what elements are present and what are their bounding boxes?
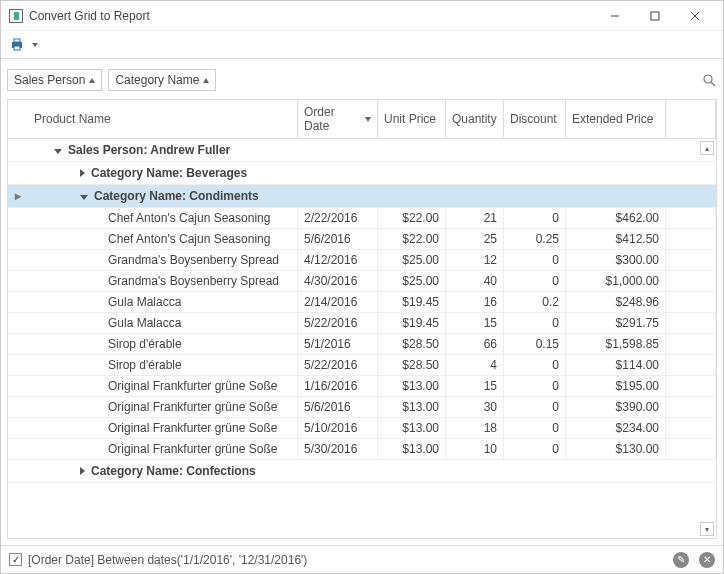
cell-spacer <box>666 313 716 333</box>
table-row[interactable]: Original Frankfurter grüne Soße5/30/2016… <box>8 439 716 460</box>
scroll-down-button[interactable]: ▾ <box>700 522 714 536</box>
cell-product: Original Frankfurter grüne Soße <box>28 439 298 459</box>
group-by-row: Sales Person Category Name <box>7 65 717 99</box>
group-label: Category Name: Confections <box>91 464 256 478</box>
table-row[interactable]: Sirop d'érable5/22/2016$28.5040$114.00 <box>8 355 716 376</box>
cell-product: Sirop d'érable <box>28 334 298 354</box>
cell-product: Chef Anton's Cajun Seasoning <box>28 229 298 249</box>
svg-point-7 <box>704 75 712 83</box>
table-row[interactable]: Chef Anton's Cajun Seasoning2/22/2016$22… <box>8 208 716 229</box>
cell-price: $28.50 <box>378 334 446 354</box>
row-indicator <box>8 439 28 459</box>
group-row-condiments[interactable]: ▸ Category Name: Condiments <box>8 185 716 208</box>
table-row[interactable]: Original Frankfurter grüne Soße5/6/2016$… <box>8 397 716 418</box>
table-row[interactable]: Grandma's Boysenberry Spread4/30/2016$25… <box>8 271 716 292</box>
expander-icon <box>54 149 62 154</box>
cell-price: $25.00 <box>378 271 446 291</box>
cell-ext: $412.50 <box>566 229 666 249</box>
row-indicator-header <box>8 100 28 138</box>
table-row[interactable]: Gula Malacca5/22/2016$19.45150$291.75 <box>8 313 716 334</box>
checkmark-icon: ✓ <box>12 554 20 565</box>
cell-ext: $234.00 <box>566 418 666 438</box>
minimize-button[interactable] <box>595 2 635 30</box>
search-icon[interactable] <box>701 72 717 88</box>
cell-disc: 0 <box>504 418 566 438</box>
svg-rect-6 <box>14 46 20 50</box>
column-header-product[interactable]: Product Name <box>28 100 298 138</box>
table-row[interactable]: Original Frankfurter grüne Soße5/10/2016… <box>8 418 716 439</box>
filter-bar: ✓ [Order Date] Between dates('1/1/2016',… <box>1 545 723 573</box>
group-label: Category Name: Beverages <box>91 166 247 180</box>
group-row-beverages[interactable]: Category Name: Beverages <box>8 162 716 185</box>
cell-spacer <box>666 376 716 396</box>
scroll-up-button[interactable]: ▴ <box>700 141 714 155</box>
cell-disc: 0.15 <box>504 334 566 354</box>
cell-ext: $248.96 <box>566 292 666 312</box>
cell-ext: $291.75 <box>566 313 666 333</box>
filter-text[interactable]: [Order Date] Between dates('1/1/2016', '… <box>28 553 307 567</box>
clear-filter-button[interactable]: ✕ <box>699 552 715 568</box>
cell-qty: 12 <box>446 250 504 270</box>
cell-date: 5/30/2016 <box>298 439 378 459</box>
column-header-extended-price[interactable]: Extended Price <box>566 100 666 138</box>
column-header-discount[interactable]: Discount <box>504 100 566 138</box>
sort-asc-icon <box>89 78 95 83</box>
group-pill-sales-person[interactable]: Sales Person <box>7 69 102 91</box>
table-row[interactable]: Sirop d'érable5/1/2016$28.50660.15$1,598… <box>8 334 716 355</box>
cell-qty: 18 <box>446 418 504 438</box>
column-header-quantity[interactable]: Quantity <box>446 100 504 138</box>
cell-date: 5/10/2016 <box>298 418 378 438</box>
maximize-button[interactable] <box>635 2 675 30</box>
expander-icon <box>80 169 85 177</box>
column-header-unit-price[interactable]: Unit Price <box>378 100 446 138</box>
cell-price: $22.00 <box>378 229 446 249</box>
row-indicator <box>8 208 28 228</box>
cell-date: 2/14/2016 <box>298 292 378 312</box>
table-row[interactable]: Chef Anton's Cajun Seasoning5/6/2016$22.… <box>8 229 716 250</box>
toolbar <box>1 31 723 59</box>
cell-price: $13.00 <box>378 376 446 396</box>
filter-enabled-checkbox[interactable]: ✓ <box>9 553 22 566</box>
cell-ext: $462.00 <box>566 208 666 228</box>
print-button[interactable] <box>9 37 38 53</box>
table-row[interactable]: Grandma's Boysenberry Spread4/12/2016$25… <box>8 250 716 271</box>
column-header-label: Unit Price <box>384 112 436 126</box>
edit-filter-button[interactable]: ✎ <box>673 552 689 568</box>
app-icon <box>9 9 23 23</box>
cell-disc: 0 <box>504 439 566 459</box>
cell-product: Gula Malacca <box>28 313 298 333</box>
group-row-confections[interactable]: Category Name: Confections <box>8 460 716 483</box>
cell-date: 5/1/2016 <box>298 334 378 354</box>
content-area: Sales Person Category Name Product Name … <box>1 59 723 545</box>
cell-price: $13.00 <box>378 397 446 417</box>
group-pill-category[interactable]: Category Name <box>108 69 216 91</box>
sort-asc-icon <box>203 78 209 83</box>
svg-rect-5 <box>14 39 20 42</box>
cell-date: 5/22/2016 <box>298 355 378 375</box>
cell-product: Grandma's Boysenberry Spread <box>28 250 298 270</box>
cell-qty: 66 <box>446 334 504 354</box>
close-button[interactable] <box>675 2 715 30</box>
cell-ext: $1,598.85 <box>566 334 666 354</box>
pencil-icon: ✎ <box>677 554 685 565</box>
cell-spacer <box>666 271 716 291</box>
cell-date: 5/22/2016 <box>298 313 378 333</box>
cell-disc: 0 <box>504 208 566 228</box>
column-header-label: Discount <box>510 112 557 126</box>
table-row[interactable]: Gula Malacca2/14/2016$19.45160.2$248.96 <box>8 292 716 313</box>
cell-date: 5/6/2016 <box>298 229 378 249</box>
row-indicator <box>8 397 28 417</box>
cell-disc: 0 <box>504 271 566 291</box>
cell-spacer <box>666 250 716 270</box>
group-row-sales-person[interactable]: Sales Person: Andrew Fuller <box>8 139 716 162</box>
group-label: Category Name: Condiments <box>94 189 259 203</box>
cell-product: Original Frankfurter grüne Soße <box>28 397 298 417</box>
cell-ext: $130.00 <box>566 439 666 459</box>
row-indicator <box>8 229 28 249</box>
cell-spacer <box>666 292 716 312</box>
expander-icon <box>80 195 88 200</box>
column-header-order-date[interactable]: Order Date <box>298 100 378 138</box>
table-row[interactable]: Original Frankfurter grüne Soße1/16/2016… <box>8 376 716 397</box>
print-icon <box>9 37 25 53</box>
cell-qty: 10 <box>446 439 504 459</box>
